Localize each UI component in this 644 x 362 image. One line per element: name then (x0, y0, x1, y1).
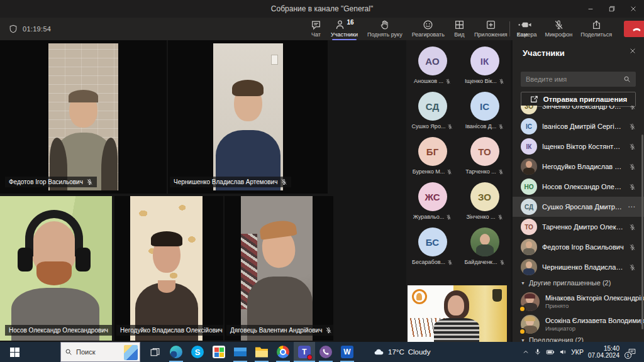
avatar-photo (521, 292, 540, 311)
raise-hand-button[interactable]: Поднять руку (367, 19, 402, 39)
participant-row[interactable]: ТО Тарченко Дмитро Олександро... (513, 217, 644, 237)
mic-muted-icon (629, 244, 636, 251)
overflow-participant[interactable]: АО Аношков ... (406, 44, 458, 89)
tray-date: 07.04.2024 (588, 352, 619, 359)
video-tile-fedotov[interactable]: Федотов Ігор Васильович (0, 40, 167, 194)
chat-icon (311, 19, 321, 30)
weather-temp: 17°C (388, 348, 404, 356)
video-tile-nosov[interactable]: Носов Олександр Олександрович (0, 196, 112, 341)
search-highlight-image (124, 345, 138, 360)
speaker-icon[interactable] (559, 348, 567, 356)
taskbar-clock[interactable]: 15:40 07.04.2024 (588, 345, 619, 359)
video-tile-djagovets[interactable]: Дяговець Валентин Андрійович (225, 196, 333, 341)
edge-icon (170, 346, 182, 358)
start-button[interactable] (0, 342, 29, 362)
search-icon (65, 348, 72, 356)
taskbar-app-skype[interactable]: S (187, 342, 208, 362)
video-feed (213, 43, 283, 190)
taskbar-app-edge[interactable] (165, 342, 187, 362)
taskbar-app-store[interactable] (208, 342, 230, 362)
video-tile-negodujko[interactable]: Негодуйко Владислав Олексійович (114, 196, 223, 341)
taskbar-app-mail[interactable] (230, 342, 251, 362)
chat-button[interactable]: Чат (311, 19, 321, 39)
send-invite-button[interactable]: Отправка приглашения (521, 92, 636, 107)
view-icon (454, 19, 465, 30)
task-view-button[interactable] (144, 342, 165, 362)
tray-time: 15:40 (604, 345, 619, 352)
overflow-participant[interactable]: БС Бесарабов... (406, 225, 458, 270)
camera-button[interactable]: Камера (517, 19, 536, 39)
video-feed (0, 196, 112, 341)
taskbar-app-teams[interactable]: T (294, 342, 315, 362)
participant-list: ЗО Зінченко Олександр Олександ... ІС Іва… (513, 106, 644, 278)
video-tile-branded-background[interactable] (408, 285, 507, 342)
action-center-button[interactable]: 1 (624, 342, 640, 362)
file-explorer-icon (255, 346, 268, 358)
participant-row[interactable]: НО Носов Олександр Олександро... (513, 177, 644, 197)
taskbar-app-chrome[interactable] (272, 342, 294, 362)
participant-search[interactable] (521, 72, 636, 87)
participant-name-label: Федотов Ігор Васильович (5, 177, 97, 187)
video-feed (48, 43, 118, 190)
view-button[interactable]: Вид (454, 19, 465, 39)
skype-icon: S (191, 346, 204, 358)
close-button[interactable] (623, 0, 644, 18)
avatar: ІС (470, 92, 499, 121)
react-button[interactable]: Реагировать (412, 19, 445, 39)
react-icon (423, 19, 433, 30)
taskbar-weather[interactable]: 17°C Cloudy (374, 342, 431, 362)
overflow-participant[interactable]: Байдаченк... (458, 225, 511, 270)
overflow-participant[interactable]: ІС Іванісов Д... (458, 89, 511, 134)
overflow-participant[interactable]: ЖС Журавльо... (406, 180, 458, 225)
teams-meeting-window: Собрание в канале "General" 01:19:54 Чат… (0, 0, 644, 362)
participant-row[interactable]: ЗО Зінченко Олександр Олександ... (513, 106, 644, 116)
avatar: ІК (521, 138, 537, 155)
overflow-participant[interactable]: СД Сушко Яро... (406, 89, 458, 134)
search-input[interactable] (526, 75, 623, 83)
participant-row[interactable]: Федотов Ігор Васильович (513, 237, 644, 257)
leave-button[interactable]: Выйти (624, 21, 644, 37)
apps-button[interactable]: Приложения (474, 19, 508, 39)
windows-logo-icon (10, 348, 19, 357)
mic-muted-icon (447, 260, 453, 265)
overflow-participant[interactable]: ТО Тарченко ... (458, 134, 511, 180)
row-more-menu[interactable]: ⋯ (628, 202, 636, 211)
avatar: ТО (470, 137, 499, 166)
invited-row[interactable]: Осокіна Єлизавета Володимирівна Инициато… (521, 313, 640, 336)
mic-muted-icon (629, 123, 636, 130)
language-indicator[interactable]: УКР (571, 348, 584, 356)
minimize-button[interactable] (580, 0, 601, 18)
camera-icon (521, 19, 532, 30)
participants-button[interactable]: 16 Участники (331, 19, 358, 39)
panel-close-button[interactable] (629, 47, 636, 55)
participant-row[interactable]: Негодуйко Владислав Олексійо... (513, 156, 644, 177)
taskbar-app-word[interactable]: W (336, 342, 358, 362)
overflow-participant[interactable]: БГ Буренко М... (406, 134, 458, 180)
section-other-invited[interactable]: ▼ Другие приглашенные (2) (521, 279, 611, 287)
tray-mic-icon[interactable] (534, 348, 541, 356)
mic-muted-icon (629, 106, 636, 110)
taskbar-app-explorer[interactable] (251, 342, 272, 362)
notification-dot (307, 354, 313, 360)
invited-row[interactable]: Мінакова Вікторія Олександрівна Принято (521, 290, 640, 313)
panel-scrollbar[interactable] (641, 134, 643, 329)
overflow-participant[interactable]: ЗО Зінченко ... (458, 180, 511, 225)
tray-expand-icon[interactable] (522, 348, 530, 356)
mail-icon (234, 346, 247, 358)
overflow-participant[interactable]: ІК Іщенко Вік... (458, 44, 511, 89)
participant-row[interactable]: ІС Іванісов Дмитрій Сергійович (513, 116, 644, 136)
restore-button[interactable] (601, 0, 623, 18)
participant-row-selected[interactable]: СД Сушко Ярослав Дмитрович ⋯ (513, 197, 644, 217)
chevron-down-icon: ▼ (521, 281, 525, 285)
mic-muted-icon (497, 214, 503, 220)
mic-button[interactable]: Микрофон (545, 19, 572, 39)
battery-icon[interactable] (546, 348, 555, 356)
participant-row[interactable]: ІК Іщенко Віктор Костянтинович (513, 136, 644, 156)
avatar: ЖС (418, 182, 447, 211)
taskbar-search[interactable]: Поиск (60, 342, 140, 362)
participant-row[interactable]: Чернишенко Владислав Артем... (513, 257, 644, 277)
video-tile-chernyshenko[interactable]: Чернишенко Владислав Артемович (168, 40, 328, 194)
share-screen-button[interactable]: Поделиться (580, 19, 612, 39)
taskbar-app-viber[interactable] (315, 342, 336, 362)
video-feed (408, 285, 507, 342)
